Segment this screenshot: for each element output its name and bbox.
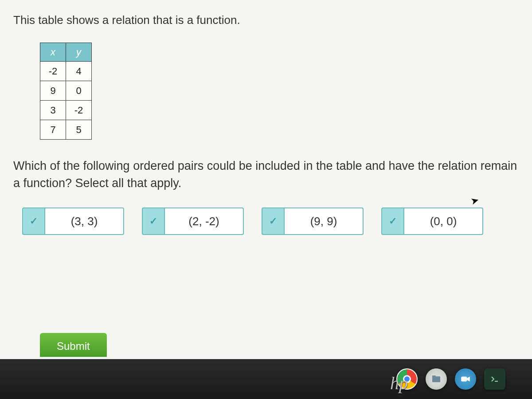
- table-row: 7 5: [40, 120, 92, 140]
- cell-x: 9: [40, 81, 66, 101]
- brand-label: hp: [390, 373, 408, 394]
- check-icon: ✓: [149, 215, 157, 227]
- check-icon: ✓: [269, 215, 277, 227]
- option-label[interactable]: (3, 3): [44, 207, 124, 235]
- option-label[interactable]: (2, -2): [164, 207, 244, 235]
- option-label[interactable]: (0, 0): [403, 207, 483, 235]
- table-row: 3 -2: [40, 101, 92, 120]
- option-checkbox[interactable]: ✓: [142, 207, 164, 235]
- function-table: x y -2 4 9 0 3 -2 7 5: [40, 43, 92, 140]
- option-item: ✓ (3, 3): [22, 207, 124, 235]
- option-item: ✓ (2, -2): [142, 207, 244, 235]
- svg-rect-2: [461, 377, 467, 382]
- option-checkbox[interactable]: ✓: [262, 207, 284, 235]
- table-header-x: x: [40, 43, 66, 62]
- cell-x: -2: [40, 62, 66, 81]
- option-checkbox[interactable]: ✓: [381, 207, 403, 235]
- cell-y: 4: [66, 62, 92, 81]
- cell-y: 0: [66, 81, 92, 101]
- option-item: ✓ (9, 9): [262, 207, 364, 235]
- option-checkbox[interactable]: ✓: [22, 207, 44, 235]
- check-icon: ✓: [30, 215, 38, 227]
- cell-x: 7: [40, 120, 66, 140]
- folder-icon: [431, 374, 442, 384]
- files-app-icon[interactable]: [426, 368, 447, 390]
- camera-icon: [460, 373, 471, 385]
- table-row: 9 0: [40, 81, 92, 101]
- terminal-app-icon[interactable]: [484, 368, 505, 390]
- table-header-y: y: [66, 43, 92, 62]
- submit-button[interactable]: Submit: [40, 333, 107, 357]
- prompt-icon: [489, 374, 500, 384]
- taskbar: [0, 359, 532, 399]
- cell-y: -2: [66, 101, 92, 120]
- answer-options: ✓ (3, 3) ✓ (2, -2) ✓ (9, 9) ✓ (0, 0): [22, 207, 519, 235]
- intro-text: This table shows a relation that is a fu…: [13, 13, 519, 27]
- table-row: -2 4: [40, 62, 92, 81]
- cell-y: 5: [66, 120, 92, 140]
- option-label[interactable]: (9, 9): [284, 207, 364, 235]
- video-app-icon[interactable]: [455, 368, 476, 390]
- question-text: Which of the following ordered pairs cou…: [13, 157, 519, 192]
- cell-x: 3: [40, 101, 66, 120]
- svg-rect-1: [432, 376, 436, 377]
- check-icon: ✓: [389, 215, 397, 227]
- option-item: ✓ (0, 0): [381, 207, 483, 235]
